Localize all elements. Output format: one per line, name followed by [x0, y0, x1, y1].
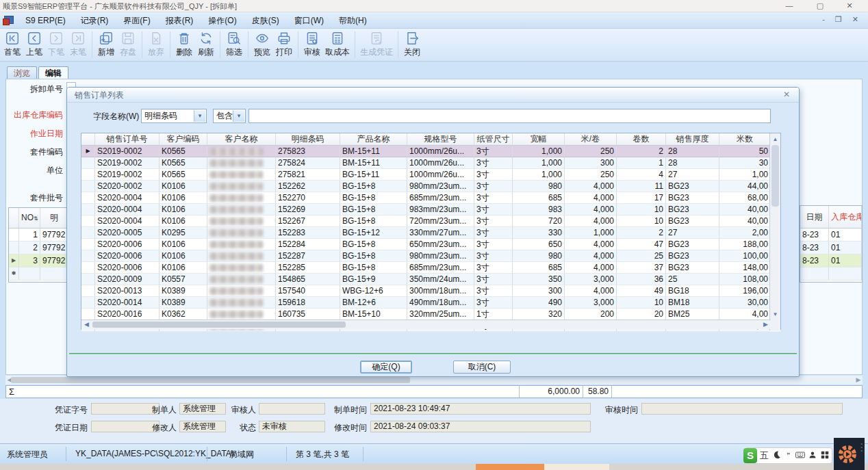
ok-button[interactable]: 确定(Q): [360, 361, 412, 374]
sales-order-row[interactable]: S2020-0006K0106152285BG-15+8685mm/23um..…: [81, 262, 780, 274]
toolbar-button-voucher[interactable]: 生成凭证: [358, 29, 395, 61]
scroll-right-icon[interactable]: ▶: [761, 320, 771, 329]
column-header[interactable]: 客户名称: [207, 133, 276, 145]
toolbar-button-discard[interactable]: 放弃: [145, 29, 167, 61]
sales-order-row[interactable]: S2020-0009K0557154865BG-15+9350mm/24um..…: [81, 274, 780, 285]
footer-label: 状态: [208, 422, 256, 434]
toolbar-button-printer[interactable]: 打印: [273, 29, 295, 61]
menu-item[interactable]: 记录(R): [73, 12, 116, 29]
sales-order-row[interactable]: S2020-0002K0106152262BG-15+8980mm/23um..…: [81, 181, 780, 192]
vertical-scroll-thumb[interactable]: [771, 145, 779, 207]
tab-browse[interactable]: 浏览: [7, 66, 37, 79]
sales-order-row[interactable]: ▶S2019-0002K0565275823BM-15+111000mm/26u…: [81, 146, 780, 157]
taskbar-app[interactable]: [544, 464, 609, 470]
toolbar-button-nav-first[interactable]: 首笔: [1, 29, 23, 61]
window-maximize-button[interactable]: ▢: [810, 0, 830, 12]
sogou-input-icon[interactable]: S: [743, 448, 757, 463]
toolbar-button-cost[interactable]: 取成本: [323, 29, 352, 61]
column-header[interactable]: 米数: [719, 133, 770, 145]
toolbar-button-filter[interactable]: 筛选: [223, 29, 245, 61]
scroll-down-icon[interactable]: ▼: [770, 309, 780, 319]
detail-row[interactable]: 8-2301: [800, 229, 862, 241]
detail-row[interactable]: 8-2301: [800, 254, 862, 267]
toolbar-button-preview[interactable]: 预览: [251, 29, 273, 61]
tab-edit[interactable]: 编辑: [38, 66, 68, 79]
menu-item[interactable]: 操作(O): [201, 12, 244, 29]
form-scroll-thumb[interactable]: [11, 377, 410, 383]
toolbar-button-save[interactable]: 存盘: [117, 29, 139, 61]
sales-order-row[interactable]: S2020-0004K0106152270BG-15+8685mm/23um..…: [81, 192, 780, 204]
toolbar-button-exit[interactable]: 关闭: [401, 29, 423, 61]
window-minimize-button[interactable]: —: [779, 0, 800, 12]
footer-label: 审核时间: [590, 404, 638, 416]
dialog-close-icon[interactable]: ✕: [781, 90, 792, 101]
detail-row[interactable]: ✱: [9, 267, 68, 280]
toolbar-button-refresh[interactable]: 刷新: [195, 29, 217, 61]
column-header[interactable]: 明细条码: [276, 133, 340, 145]
sales-order-row[interactable]: S2020-0016K0362160735BM-15+10320mm/25um.…: [81, 309, 780, 320]
detail-row[interactable]: [800, 267, 862, 280]
moon-fullhalf-icon[interactable]: [771, 450, 782, 461]
tray-menu-dots-icon[interactable]: •••: [860, 442, 863, 452]
sales-order-row[interactable]: S2020-0013K0389157540WBG-12+6300mm/18um.…: [81, 285, 780, 297]
sales-order-row[interactable]: S2020-0004K0106152269BG-15+8983mm/23um..…: [81, 204, 780, 216]
toolbar-button-audit[interactable]: 审核: [301, 29, 323, 61]
menu-item[interactable]: 皮肤(S): [244, 12, 287, 29]
cancel-button[interactable]: 取消(C): [453, 361, 511, 374]
filter-operator-select[interactable]: 包含 ▾: [213, 109, 246, 123]
column-header[interactable]: 客户编码: [159, 133, 207, 145]
filter-field-select[interactable]: 明细条码 ▾: [141, 109, 207, 123]
sales-order-row[interactable]: S2020-0006K0106152287BG-15+8980mm/23um..…: [81, 250, 780, 262]
scroll-right-icon[interactable]: ▶: [854, 376, 863, 384]
scroll-up-icon[interactable]: ▲: [770, 134, 780, 144]
column-header[interactable]: 纸管尺寸: [474, 133, 513, 145]
horizontal-scroll-thumb[interactable]: [92, 322, 346, 328]
filter-value-input[interactable]: [248, 109, 771, 123]
sales-order-row[interactable]: S2020-0006K0106152284BG-15+8650mm/23um..…: [81, 239, 780, 250]
chevron-down-icon[interactable]: ▾: [194, 110, 205, 122]
sales-order-row[interactable]: S2019-0002K0565275821BG-15+111000mm/26u.…: [81, 169, 780, 181]
column-header[interactable]: 规格型号: [407, 133, 474, 145]
detail-row[interactable]: 197792: [9, 229, 68, 241]
toolbox-grid-icon[interactable]: [819, 451, 830, 461]
detail-grid-left[interactable]: NO⇅明197792297792▶397792✱: [8, 207, 69, 283]
column-header[interactable]: 米/卷: [565, 133, 617, 145]
ime-toolbar[interactable]: S 五 ”: [745, 447, 832, 464]
toolbar-button-nav-last[interactable]: 末笔: [67, 29, 89, 61]
column-header[interactable]: 产品名称: [340, 133, 407, 145]
column-header[interactable]: 宽幅: [513, 133, 565, 145]
menu-item[interactable]: S9 ERP(E): [18, 12, 73, 29]
toolbar-button-nav-prev[interactable]: 上笔: [23, 29, 45, 61]
detail-grid-right[interactable]: 日期入库仓库8-23018-23018-2301: [800, 205, 863, 283]
sales-order-row[interactable]: S2020-0005K0295152283BG-15+12330mm/27um.…: [81, 227, 780, 239]
menu-item[interactable]: 界面(F): [116, 12, 157, 29]
sales-order-row[interactable]: S2020-0004K0106152267BG-15+8720mm/23um..…: [81, 216, 780, 227]
user-profile-icon[interactable]: [808, 451, 818, 461]
mdi-window-controls[interactable]: - ❐ ✕: [822, 15, 863, 24]
column-header[interactable]: 销售订单号: [95, 133, 159, 145]
menu-item[interactable]: 窗口(W): [287, 12, 331, 29]
column-header[interactable]: 卷数: [617, 133, 666, 145]
table-vertical-scrollbar[interactable]: ▲ ▼: [769, 133, 780, 330]
sales-order-table-header[interactable]: 销售订单号客户编码客户名称明细条码产品名称规格型号纸管尺寸宽幅米/卷卷数销售厚度…: [81, 133, 780, 146]
sales-order-row[interactable]: S2019-0002K0565275824BM-15+111000mm/26u.…: [81, 157, 780, 169]
toolbar-button-add-doc[interactable]: 新增: [95, 29, 117, 61]
app-tray-tile[interactable]: •••: [834, 438, 865, 470]
window-close-button[interactable]: ✕: [839, 0, 860, 12]
column-header[interactable]: 销售厚度: [666, 133, 719, 145]
toolbar-button-nav-next[interactable]: 下笔: [45, 29, 67, 61]
scroll-left-icon[interactable]: ◀: [81, 320, 92, 329]
toolbar-button-trash[interactable]: 删除: [173, 29, 195, 61]
menu-item[interactable]: 帮助(H): [331, 12, 374, 29]
sales-order-row[interactable]: S2020-0014K0389159618BM-12+6490mm/18um..…: [81, 297, 780, 309]
menu-item[interactable]: 报表(R): [158, 12, 201, 29]
keyboard-icon[interactable]: [795, 451, 806, 461]
table-horizontal-scrollbar[interactable]: ◀ ▶: [81, 319, 771, 329]
wubi-mode-icon[interactable]: 五: [759, 449, 769, 462]
taskbar-active-app[interactable]: [476, 464, 544, 470]
detail-row[interactable]: ▶397792: [9, 254, 68, 267]
punctuation-icon[interactable]: ”: [783, 451, 793, 461]
chevron-down-icon[interactable]: ▾: [233, 110, 244, 122]
detail-row[interactable]: 297792: [9, 241, 68, 254]
detail-row[interactable]: 8-2301: [800, 241, 862, 254]
